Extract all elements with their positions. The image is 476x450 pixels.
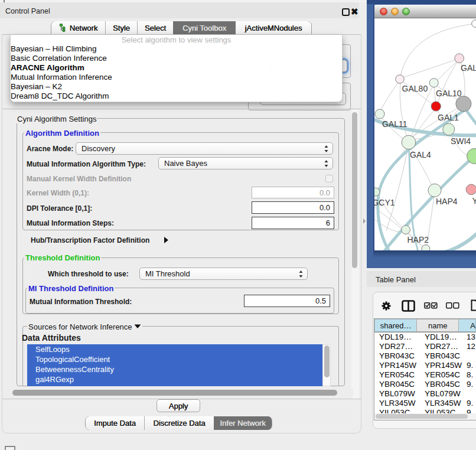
svg-text:HAP2: HAP2 [407,235,429,244]
svg-text:GAL1: GAL1 [438,113,459,122]
svg-text:GCY1: GCY1 [374,198,395,207]
svg-text:YM: YM [472,196,476,206]
svg-text:HAP4: HAP4 [436,197,458,206]
svg-text:GAL11: GAL11 [382,119,407,129]
svg-text:GAL7: GAL7 [461,63,476,73]
svg-text:SWI4: SWI4 [451,136,471,146]
svg-text:GAL80: GAL80 [402,84,428,93]
svg-text:GAL10: GAL10 [436,89,462,98]
svg-text:GAL4: GAL4 [410,150,431,159]
